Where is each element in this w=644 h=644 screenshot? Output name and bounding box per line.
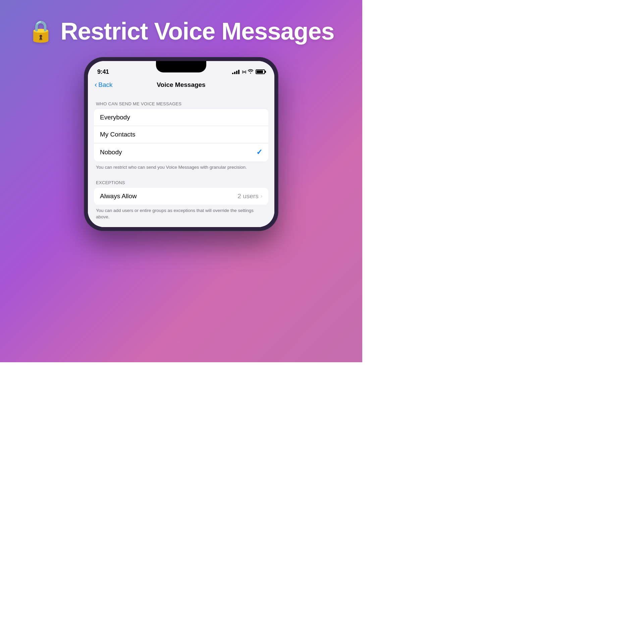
phone-notch <box>156 61 206 72</box>
status-time: 9:41 <box>97 68 109 75</box>
everybody-label: Everybody <box>100 114 130 121</box>
everybody-row[interactable]: Everybody <box>94 109 268 126</box>
signal-icon <box>232 69 239 74</box>
nobody-row[interactable]: Nobody ✓ <box>94 143 268 161</box>
back-label[interactable]: Back <box>98 81 112 89</box>
always-allow-value-area: 2 users › <box>237 193 262 200</box>
my-contacts-label: My Contacts <box>100 131 136 138</box>
bottom-padding <box>94 220 268 227</box>
page-heading: Restrict Voice Messages <box>60 17 334 45</box>
who-section-footer: You can restrict who can send you Voice … <box>94 161 268 171</box>
always-allow-label: Always Allow <box>100 193 137 200</box>
who-can-send-group: Everybody My Contacts Nobody ✓ <box>94 109 268 161</box>
exceptions-section: EXCEPTIONS Always Allow 2 users › You ca… <box>94 180 268 220</box>
status-icons: ⋈ <box>232 69 265 74</box>
nobody-label: Nobody <box>100 149 122 156</box>
header-section: 🔒 Restrict Voice Messages <box>28 17 334 45</box>
back-chevron-icon: ‹ <box>95 81 97 89</box>
background: 🔒 Restrict Voice Messages 9:41 ⋈ <box>0 0 362 362</box>
wifi-icon: ⋈ <box>242 69 253 74</box>
lock-icon: 🔒 <box>28 19 54 43</box>
who-section-label: WHO CAN SEND ME VOICE MESSAGES <box>96 101 266 106</box>
phone-screen: 9:41 ⋈ <box>88 61 274 227</box>
exceptions-group: Always Allow 2 users › <box>94 188 268 205</box>
exceptions-section-label: EXCEPTIONS <box>96 180 266 185</box>
selected-checkmark-icon: ✓ <box>256 148 262 157</box>
always-allow-count: 2 users <box>237 193 258 200</box>
content-area: WHO CAN SEND ME VOICE MESSAGES Everybody… <box>88 93 274 227</box>
my-contacts-row[interactable]: My Contacts <box>94 126 268 143</box>
phone-frame: 9:41 ⋈ <box>84 57 278 231</box>
always-allow-row[interactable]: Always Allow 2 users › <box>94 188 268 205</box>
battery-icon <box>256 69 265 74</box>
chevron-right-icon: › <box>261 193 262 199</box>
nav-title: Voice Messages <box>157 81 205 89</box>
exceptions-footer: You can add users or entire groups as ex… <box>94 205 268 220</box>
back-button[interactable]: ‹ Back <box>95 81 113 89</box>
nav-bar: ‹ Back Voice Messages <box>88 78 274 93</box>
